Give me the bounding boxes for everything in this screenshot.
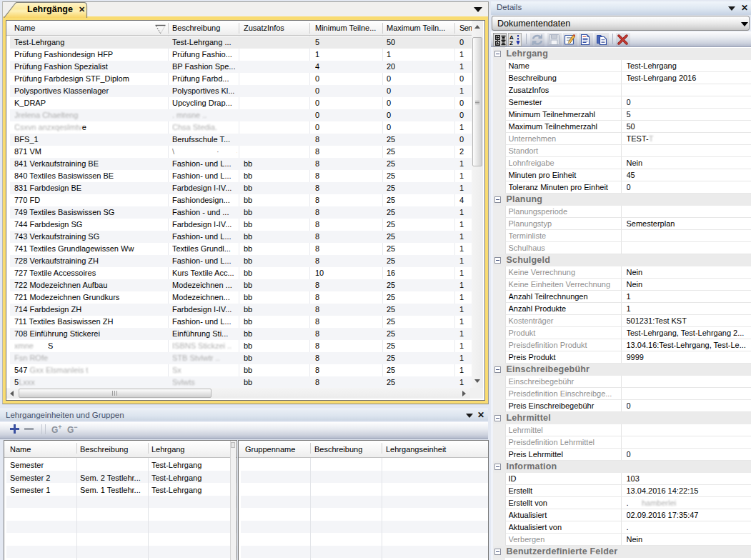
svg-text:Z: Z [509, 40, 513, 46]
